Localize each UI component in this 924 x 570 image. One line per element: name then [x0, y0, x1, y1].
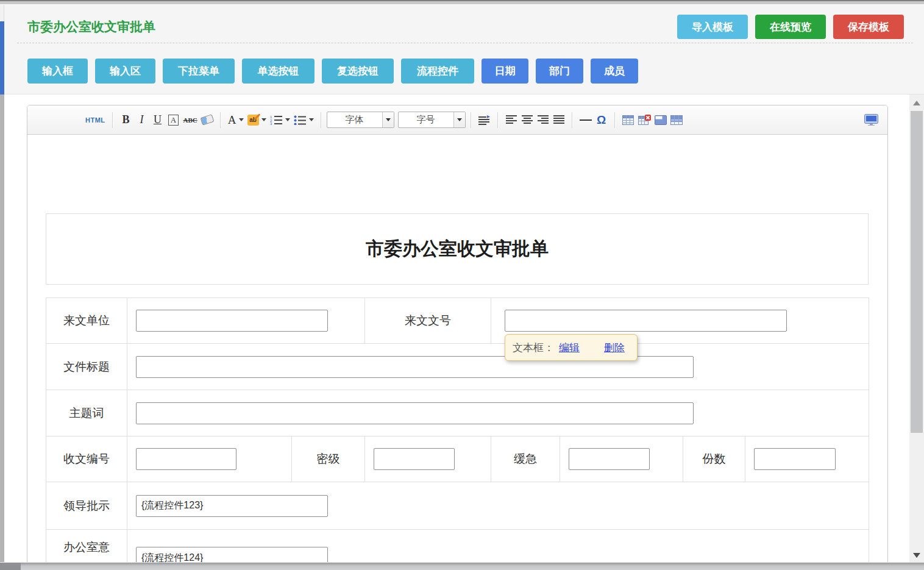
add-checkbox-button[interactable]: 复选按钮 [322, 59, 394, 84]
strikethrough-button[interactable]: ABC [182, 111, 199, 129]
office-opinion-label-cell: 办公室意 [46, 530, 127, 563]
security-input[interactable] [374, 448, 455, 470]
unordered-list-icon [294, 115, 307, 125]
toolbar-separator [220, 112, 221, 128]
delete-link[interactable]: 删除 [604, 341, 625, 355]
font-size-value: 字号 [399, 112, 453, 127]
add-input-box-button[interactable]: 输入框 [27, 59, 88, 84]
scroll-up-arrow-icon[interactable] [913, 101, 920, 105]
align-right-button[interactable] [535, 111, 551, 129]
component-toolbar: 输入框 输入区 下拉菜单 单选按钮 复选按钮 流程控件 日期 部门 成员 [27, 59, 638, 84]
toolbar-separator [572, 112, 573, 128]
eraser-icon [200, 114, 214, 126]
horizontal-rule-button[interactable] [578, 111, 594, 129]
copies-label: 份数 [683, 436, 745, 482]
row-properties-button[interactable] [669, 111, 684, 129]
edit-link[interactable]: 编辑 [559, 341, 580, 355]
receipt-number-input[interactable] [136, 448, 236, 470]
table-row: 主题词 [46, 390, 869, 436]
underline-button[interactable]: U [150, 111, 166, 129]
richtext-editor: HTML B I U A ABC A ab 123 [27, 105, 888, 563]
chevron-down-icon [309, 118, 314, 121]
window-top-edge [0, 0, 924, 5]
special-char-button[interactable]: Ω [594, 111, 609, 129]
font-size-select[interactable]: 字号 [398, 112, 466, 128]
copies-input[interactable] [754, 448, 836, 470]
urgency-cell [560, 436, 683, 482]
italic-button[interactable]: I [134, 111, 150, 129]
font-family-value: 字体 [327, 112, 382, 127]
page-title: 市委办公室收文审批单 [27, 18, 155, 35]
left-edge-fragment [0, 5, 4, 21]
subject-input[interactable] [136, 402, 694, 424]
row-properties-icon [670, 115, 683, 125]
unordered-list-button[interactable] [292, 111, 316, 129]
font-family-dropdown-button[interactable] [382, 112, 394, 127]
approval-form-table: 来文单位 来文文号 文件标题 主题词 收文编号 密级 [46, 297, 869, 563]
ordered-list-button[interactable]: 123 [268, 111, 292, 129]
font-family-select[interactable]: 字体 [327, 112, 394, 128]
online-preview-button[interactable]: 在线预览 [755, 15, 826, 39]
form-title-table: 市委办公室收文审批单 [46, 213, 869, 285]
doc-title-label: 文件标题 [46, 344, 127, 390]
left-edge-gray-panel [0, 94, 4, 562]
save-template-button[interactable]: 保存模板 [833, 15, 904, 39]
window-bottom-edge [0, 562, 924, 570]
justify-button[interactable] [551, 111, 567, 129]
header-divider [17, 43, 913, 43]
editor-canvas[interactable]: 市委办公室收文审批单 来文单位 来文文号 文件标题 主 [27, 135, 887, 563]
add-flow-control-button[interactable]: 流程控件 [401, 59, 474, 84]
incoming-number-label: 来文文号 [365, 298, 491, 344]
incoming-unit-input[interactable] [136, 310, 328, 332]
left-edge-blue-panel [0, 21, 4, 94]
table-row: 办公室意 [46, 530, 869, 563]
incoming-number-input[interactable] [505, 310, 787, 332]
subject-label: 主题词 [46, 390, 127, 436]
highlight-icon: ab [247, 115, 259, 126]
scroll-down-arrow-icon[interactable] [913, 553, 920, 558]
align-center-button[interactable] [519, 111, 535, 129]
office-opinion-label: 办公室意 [46, 530, 127, 555]
indent-button[interactable] [477, 111, 492, 129]
insert-table-button[interactable] [620, 111, 636, 129]
textbox-context-tooltip: 文本框： 编辑 删除 [505, 334, 638, 361]
chevron-down-icon [285, 118, 290, 121]
office-opinion-input[interactable] [136, 547, 328, 563]
security-cell [365, 436, 491, 482]
add-radio-button[interactable]: 单选按钮 [242, 59, 315, 84]
font-size-dropdown-button[interactable] [453, 112, 465, 127]
add-textarea-button[interactable]: 输入区 [95, 59, 155, 84]
add-dropdown-button[interactable]: 下拉菜单 [163, 59, 235, 84]
add-department-button[interactable]: 部门 [536, 59, 583, 84]
receipt-number-label: 收文编号 [46, 436, 127, 482]
copies-cell [745, 436, 869, 482]
justify-icon [553, 115, 564, 124]
fullscreen-button[interactable] [862, 111, 880, 129]
form-title: 市委办公室收文审批单 [366, 237, 549, 262]
doc-title-cell [127, 344, 869, 390]
header-actions: 导入模板 在线预览 保存模板 [677, 15, 904, 39]
import-template-button[interactable]: 导入模板 [677, 15, 748, 39]
delete-table-button[interactable] [636, 111, 653, 129]
incoming-unit-cell [127, 298, 365, 344]
font-style-button[interactable]: A [166, 111, 182, 129]
add-member-button[interactable]: 成员 [591, 59, 638, 84]
remove-format-button[interactable] [199, 111, 215, 129]
font-color-button[interactable]: A [226, 111, 246, 129]
leader-comment-input[interactable] [136, 495, 328, 517]
highlight-color-button[interactable]: ab [246, 111, 268, 129]
bold-button[interactable]: B [118, 111, 134, 129]
toolbar-separator [321, 112, 322, 128]
scrollbar-thumb[interactable] [911, 111, 923, 433]
page-header: 市委办公室收文审批单 导入模板 在线预览 保存模板 输入框 输入区 下拉菜单 单… [4, 5, 924, 94]
table-icon [622, 115, 634, 125]
add-date-button[interactable]: 日期 [482, 59, 528, 84]
urgency-input[interactable] [569, 448, 650, 470]
toolbar-separator [614, 112, 616, 128]
align-left-button[interactable] [503, 111, 519, 129]
cell-properties-button[interactable] [653, 111, 669, 129]
security-label: 密级 [292, 436, 365, 482]
source-code-button[interactable]: HTML [84, 111, 107, 129]
vertical-scrollbar[interactable] [909, 94, 924, 562]
office-opinion-cell [127, 530, 869, 563]
